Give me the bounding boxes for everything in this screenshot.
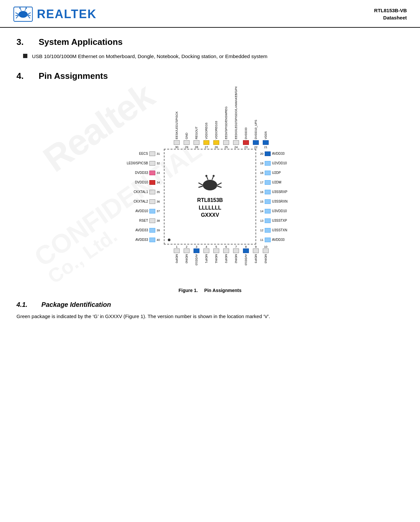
top-pin-label-27: VDDOREG5: [205, 96, 208, 139]
bottom-pin-8: 8 AVDD10: [241, 245, 251, 280]
bottom-pin-label-10: MDIN3: [264, 254, 267, 280]
right-pin-label-12: U3SSTXN: [272, 228, 287, 232]
figure-label: Figure 1.: [179, 288, 198, 293]
bottom-pin-label-4: MDIP1: [205, 254, 208, 280]
right-pin-label-20: AVDD33: [272, 152, 285, 155]
chip-row: EECS 31 LED0/SPICSB 32 DVDD33 33 DVDD10 …: [108, 149, 312, 245]
top-pin-23: DVDD33 23: [241, 96, 251, 149]
right-pin-label-17: U2DM: [272, 180, 281, 184]
top-pin-25: EEDI/SPISD/ENSWREG 25: [222, 96, 231, 149]
right-pin-12: 12 U3SSTXN: [256, 226, 287, 235]
right-pin-box-13: [265, 218, 271, 223]
svg-line-4: [16, 16, 19, 18]
top-pin-28: REGOUT 28: [192, 96, 201, 149]
top-pin-box-23: [243, 140, 249, 145]
top-pin-30: EESK/LED1/SPISCK 30: [172, 96, 181, 149]
top-pin-label-30: EESK/LED1/SPISCK: [175, 96, 178, 139]
top-pin-num-26: 26: [215, 146, 218, 149]
bottom-pin-1: 1 MDIP0: [172, 245, 181, 280]
right-pin-label-19: U2VDD10: [272, 161, 287, 165]
left-pin-box-32: [149, 161, 155, 166]
top-pin-num-29: 29: [185, 146, 188, 149]
bottom-pin-label-7: MDIN2: [234, 254, 238, 280]
main-content: 3. System Applications USB 10/100/1000M …: [0, 28, 420, 331]
bottom-pin-box-7: [233, 248, 239, 253]
top-pin-num-22: 22: [254, 146, 257, 149]
left-pin-box-38: [149, 218, 155, 223]
bottom-pin-6: 6 MDIP2: [222, 245, 231, 280]
left-pin-37: AVDD10 37: [135, 207, 164, 216]
svg-line-16: [217, 186, 222, 187]
right-pin-11: 11 AVDD33: [256, 235, 285, 245]
section-4-title: 4. Pin Assignments: [16, 71, 404, 81]
bottom-pin-num-1: 1: [176, 245, 177, 248]
top-pin-22: DVDD10_UPS 22: [251, 96, 260, 149]
right-pin-17: 17 U2DM: [256, 178, 281, 187]
bottom-pin-box-3: [194, 248, 199, 253]
top-pin-label-29: GND: [185, 96, 188, 139]
left-pin-num-38: 38: [157, 219, 164, 222]
svg-point-10: [19, 7, 20, 9]
svg-line-7: [28, 16, 30, 18]
top-pin-27: VDDOREG5 27: [202, 96, 211, 149]
left-pin-32: LED0/SPICSB 32: [127, 159, 164, 168]
bottom-pin-box-8: [243, 248, 249, 253]
section-4-num: 4.: [16, 71, 36, 81]
bottom-pin-box-5: [213, 248, 219, 253]
bottom-pin-label-1: MDIP0: [175, 254, 178, 280]
bottom-pin-label-5: MDIN1: [215, 254, 218, 280]
left-pin-box-36: [149, 199, 155, 204]
left-pin-num-32: 32: [157, 162, 164, 165]
top-pin-label-24: EEDO/LED2/SPISDO/LANWAKEB/GPIO: [234, 96, 238, 139]
bottom-pin-box-6: [223, 248, 229, 253]
header-doc-info: RTL8153B-VB Datasheet: [374, 7, 407, 22]
bottom-pin-label-6: MDIP2: [225, 254, 228, 280]
top-pin-num-23: 23: [244, 146, 248, 149]
top-pin-29: GND 29: [182, 96, 191, 149]
bottom-pin-box-2: [184, 248, 190, 253]
top-pin-box-22: [253, 140, 259, 145]
bottom-pin-label-2: MDIN0: [185, 254, 188, 280]
pin-diagram: Realtek CONFIDENTIAL Co., Ltd. EESK/LED1…: [16, 86, 404, 284]
left-pin-box-40: [149, 238, 155, 242]
right-pin-box-16: [265, 190, 271, 194]
right-pin-box-19: [265, 161, 271, 166]
left-pin-34: DVDD10 34: [135, 178, 164, 187]
section-41-body: Green package is indicated by the ‘G’ in…: [16, 312, 404, 321]
bottom-pin-num-2: 2: [186, 245, 187, 248]
logo-text: REALTEK: [37, 7, 97, 21]
top-pin-box-25: [223, 140, 229, 145]
right-pin-19: 19 U2VDD10: [256, 159, 287, 168]
bottom-pin-num-7: 7: [235, 245, 237, 248]
bottom-pin-7: 7 MDIN2: [231, 245, 241, 280]
right-pin-box-20: [265, 151, 271, 156]
svg-point-11: [25, 7, 27, 9]
top-pin-label-26: VDDOREG33: [215, 96, 218, 139]
figure-caption: Figure 1. Pin Assignments: [16, 288, 404, 293]
pin-diagram-wrapper: EESK/LED1/SPISCK 30 GND 29 REGOUT 28 VDD…: [108, 96, 312, 280]
left-pin-num-34: 34: [157, 181, 164, 184]
bottom-pin-num-5: 5: [215, 245, 217, 248]
right-pin-18: 18 U2DP: [256, 168, 281, 178]
bottom-pin-label-9: MDIP3: [254, 254, 257, 280]
left-pin-label-36: CKXTAL2: [134, 200, 148, 203]
left-pin-num-31: 31: [157, 152, 164, 155]
bottom-pin-box-9: [253, 248, 259, 253]
right-pin-label-18: U2DP: [272, 171, 281, 175]
section-3-title-text: System Applications: [39, 37, 123, 47]
left-pin-num-37: 37: [157, 210, 164, 213]
top-pin-box-29: [184, 140, 190, 145]
chip-logo-icon: [197, 174, 223, 194]
bottom-pin-4: 4 MDIP1: [202, 245, 211, 280]
top-pin-box-27: [203, 140, 209, 145]
left-pin-33: DVDD33 33: [135, 168, 164, 178]
right-pin-label-11: AVDD33: [272, 238, 285, 242]
left-pin-num-40: 40: [157, 238, 164, 242]
left-pin-label-31: EECS: [139, 152, 148, 155]
bottom-pin-num-6: 6: [225, 245, 227, 248]
section-3-title: 3. System Applications: [16, 37, 404, 47]
bottom-pin-2: 2 MDIN0: [182, 245, 191, 280]
bottom-pin-10: 10 MDIN3: [261, 245, 270, 280]
left-pin-38: RSET 38: [139, 216, 164, 225]
svg-point-19: [205, 175, 207, 177]
